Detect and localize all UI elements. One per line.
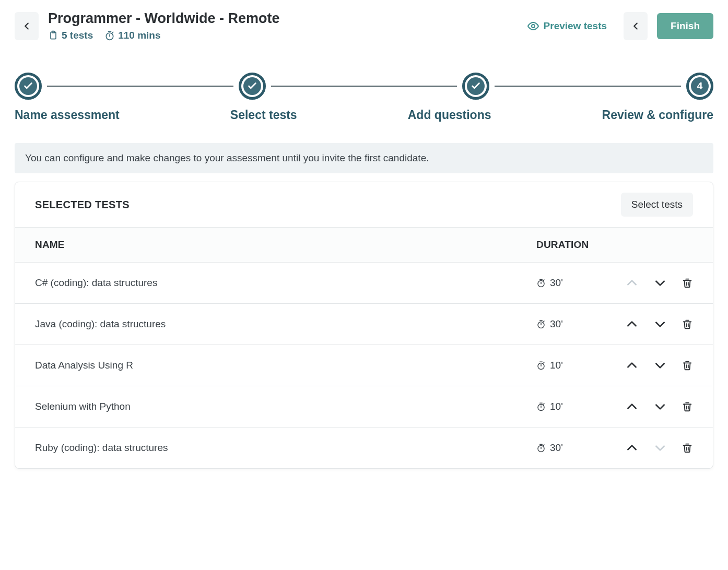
chevron-down-icon [653,276,667,290]
check-icon [246,80,258,92]
col-header-duration: DURATION [536,239,604,251]
move-up-button [625,276,639,290]
test-duration: 10' [536,401,604,412]
move-down-button[interactable] [653,400,667,413]
trash-icon [682,360,693,371]
timer-icon [536,278,546,288]
delete-button[interactable] [682,401,693,412]
row-actions [604,400,693,413]
delete-button[interactable] [682,442,693,454]
preview-label: Preview tests [544,20,607,32]
trash-icon [682,318,693,330]
move-down-button[interactable] [653,276,667,290]
duration-total: 110 mins [104,30,160,41]
timer-icon [536,319,546,329]
trash-icon [682,401,693,412]
move-up-button[interactable] [625,400,639,413]
check-icon [22,80,34,92]
clipboard-icon [48,30,58,41]
step-connector [495,86,681,87]
step-labels: Name assessmentSelect testsAdd questions… [0,100,728,143]
step-number: 4 [697,80,703,92]
delete-button[interactable] [682,360,693,371]
title-block: Programmer - Worldwide - Remote 5 tests … [48,10,510,41]
test-duration: 10' [536,360,604,371]
preview-tests-link[interactable]: Preview tests [520,20,614,32]
trash-icon [682,277,693,289]
chevron-down-icon [653,441,667,455]
assessment-title: Programmer - Worldwide - Remote [48,10,510,27]
trash-icon [682,442,693,454]
row-actions [604,359,693,372]
step-4[interactable]: 4 [686,73,713,100]
chevron-left-icon [630,20,641,32]
chevron-up-icon [625,276,639,290]
finish-button[interactable]: Finish [657,13,713,39]
step-1[interactable] [15,73,42,100]
step-connector [271,86,457,87]
card-header: SELECTED TESTS Select tests [15,182,713,227]
table-row: Data Analysis Using R10' [15,345,713,386]
chevron-down-icon [653,317,667,331]
tests-count-label: 5 tests [62,30,93,41]
step-2[interactable] [239,73,266,100]
col-header-name: NAME [35,239,536,251]
chevron-up-icon [625,359,639,372]
row-actions [604,317,693,331]
move-up-button[interactable] [625,441,639,455]
prev-step-button[interactable] [624,12,648,40]
selected-tests-card: SELECTED TESTS Select tests NAME DURATIO… [15,182,713,469]
test-duration: 30' [536,277,604,289]
table-header: NAME DURATION [15,227,713,263]
chevron-down-icon [653,359,667,372]
row-actions [604,276,693,290]
timer-icon [536,402,546,411]
move-down-button [653,441,667,455]
eye-icon [527,20,539,32]
test-name: C# (coding): data structures [35,277,536,289]
delete-button[interactable] [682,277,693,289]
back-button[interactable] [15,12,39,40]
move-up-button[interactable] [625,359,639,372]
step-label[interactable]: Review & configure [602,108,713,122]
meta-row: 5 tests 110 mins [48,30,510,41]
move-up-button[interactable] [625,317,639,331]
timer-icon [536,361,546,370]
chevron-up-icon [625,441,639,455]
step-label[interactable]: Add questions [408,108,491,122]
info-banner: You can configure and make changes to yo… [15,143,713,173]
step-3[interactable] [462,73,489,100]
chevron-down-icon [653,400,667,413]
tests-count: 5 tests [48,30,93,41]
stepper: 4 [0,46,728,100]
test-name: Data Analysis Using R [35,360,536,371]
step-connector [47,86,233,87]
table-row: Ruby (coding): data structures30' [15,428,713,468]
check-icon [470,80,482,92]
timer-icon [104,30,115,41]
test-duration: 30' [536,442,604,454]
timer-icon [536,443,546,453]
select-tests-button[interactable]: Select tests [621,193,693,217]
top-bar: Programmer - Worldwide - Remote 5 tests … [0,0,728,46]
test-duration: 30' [536,318,604,330]
test-name: Selenium with Python [35,401,536,412]
chevron-up-icon [625,317,639,331]
move-down-button[interactable] [653,359,667,372]
duration-label: 110 mins [118,30,160,41]
row-actions [604,441,693,455]
test-name: Java (coding): data structures [35,318,536,330]
chevron-left-icon [21,20,32,32]
card-heading: SELECTED TESTS [35,199,130,211]
table-row: Java (coding): data structures30' [15,304,713,345]
table-row: C# (coding): data structures30' [15,263,713,304]
table-row: Selenium with Python10' [15,386,713,428]
delete-button[interactable] [682,318,693,330]
step-label[interactable]: Name assessment [15,108,120,122]
move-down-button[interactable] [653,317,667,331]
step-label[interactable]: Select tests [230,108,297,122]
chevron-up-icon [625,400,639,413]
test-name: Ruby (coding): data structures [35,442,536,454]
